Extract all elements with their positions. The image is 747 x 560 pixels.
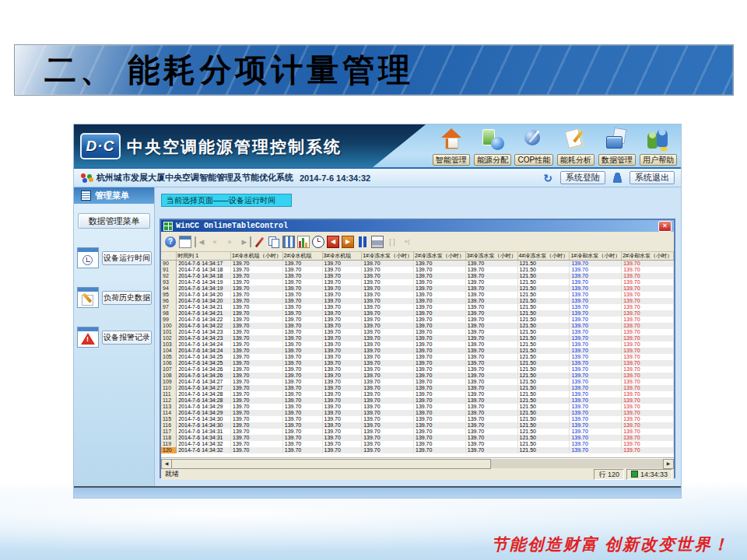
- nav-item-cop-perf[interactable]: COP性能: [514, 126, 555, 166]
- table-row[interactable]: 1202014-7-6 14:34:32139.70139.70139.7013…: [161, 447, 674, 453]
- column-header[interactable]: 3#冷水机组: [322, 252, 362, 261]
- nav-item-user-help[interactable]: 用户帮助: [638, 126, 679, 166]
- column-header[interactable]: 4#冷冻水泵（小时）: [517, 252, 570, 261]
- row-number-cell: 118: [161, 435, 177, 441]
- value-cell: 139.70: [570, 429, 622, 435]
- value-cell: 139.70: [282, 267, 322, 273]
- time-cell: 2014-7-6 14:34:27: [177, 385, 231, 391]
- value-cell: 139.70: [622, 441, 674, 447]
- value-cell: 139.70: [362, 323, 414, 329]
- table-row[interactable]: 932014-7-6 14:34:19139.70139.70139.70139…: [161, 279, 674, 285]
- calendar-icon[interactable]: [179, 236, 191, 248]
- time-cell: 2014-7-6 14:34:23: [177, 329, 231, 335]
- table-row[interactable]: 1182014-7-6 14:34:31139.70139.70139.7013…: [161, 435, 674, 441]
- system-logout-button[interactable]: 系统退出: [630, 171, 675, 184]
- table-row[interactable]: 1062014-7-6 14:34:25139.70139.70139.7013…: [161, 360, 674, 366]
- table-row[interactable]: 1132014-7-6 14:34:29139.70139.70139.7013…: [161, 404, 674, 410]
- nav-item-energy-analysis[interactable]: 能耗分析: [555, 126, 596, 166]
- sidebar-item-device-runtime[interactable]: 设备运行时间: [77, 247, 152, 268]
- nav-item-smart-manage[interactable]: 智能管理: [430, 126, 472, 166]
- table-row[interactable]: 1112014-7-6 14:34:28139.70139.70139.7013…: [161, 391, 674, 397]
- edit-icon[interactable]: [253, 236, 265, 248]
- column-select-icon[interactable]: [282, 236, 295, 248]
- table-row[interactable]: 1162014-7-6 14:34:30139.70139.70139.7013…: [161, 422, 674, 429]
- export-import-icon[interactable]: [327, 236, 339, 248]
- table-row[interactable]: 1052014-7-6 14:34:25139.70139.70139.7013…: [161, 354, 674, 360]
- system-login-button[interactable]: 系统登陆: [560, 171, 605, 184]
- table-row[interactable]: 972014-7-6 14:34:21139.70139.70139.70139…: [161, 304, 674, 310]
- value-cell: 139.70: [282, 261, 322, 268]
- value-cell: 139.70: [231, 373, 283, 379]
- row-number-cell: 94: [161, 285, 177, 292]
- help-icon[interactable]: [164, 236, 177, 248]
- sidebar-section-data-menu[interactable]: 数据管理菜单: [78, 213, 150, 229]
- table-row[interactable]: 902014-7-6 14:34:17139.70139.70139.70139…: [161, 261, 674, 268]
- wincc-titlebar[interactable]: WinCC OnlineTableControl ×: [161, 220, 674, 232]
- table-row[interactable]: 1022014-7-6 14:34:23139.70139.70139.7013…: [161, 335, 674, 341]
- horizontal-scrollbar[interactable]: ◀ ▶: [161, 458, 674, 468]
- value-cell: 121.50: [517, 273, 570, 279]
- table-row[interactable]: 1072014-7-6 14:34:26139.70139.70139.7013…: [161, 366, 674, 373]
- table-row[interactable]: 962014-7-6 14:34:20139.70139.70139.70139…: [161, 298, 674, 304]
- column-header[interactable]: 2#冷却水泵（小时）: [622, 252, 674, 261]
- table-row[interactable]: 1142014-7-6 14:34:29139.70139.70139.7013…: [161, 410, 674, 416]
- value-cell: 139.70: [465, 354, 517, 360]
- time-cell: 2014-7-6 14:34:18: [177, 267, 231, 273]
- table-row[interactable]: 1102014-7-6 14:34:27139.70139.70139.7013…: [161, 385, 674, 391]
- column-header[interactable]: 1#冷却水泵（小时）: [570, 252, 622, 261]
- table-row[interactable]: 942014-7-6 14:34:19139.70139.70139.70139…: [161, 285, 674, 292]
- sidebar-item-load-history[interactable]: 负荷历史数据: [77, 287, 152, 308]
- table-row[interactable]: 1192014-7-6 14:34:32139.70139.70139.7013…: [161, 441, 674, 447]
- column-header[interactable]: 3#冷冻水泵（小时）: [465, 252, 517, 261]
- value-cell: 139.70: [622, 379, 674, 385]
- sidebar-item-device-alarm[interactable]: 设备报警记录: [77, 327, 152, 348]
- column-header[interactable]: 1#冷冻水泵（小时）: [362, 252, 414, 261]
- table-row[interactable]: 1042014-7-6 14:34:24139.70139.70139.7013…: [161, 348, 674, 354]
- nav-item-energy-dist[interactable]: 能源分配: [472, 126, 513, 166]
- column-header[interactable]: 时间列 1: [177, 252, 231, 261]
- close-icon[interactable]: ×: [658, 221, 672, 232]
- print-icon[interactable]: [371, 236, 384, 248]
- value-cell: 139.70: [282, 310, 322, 317]
- value-cell: 139.70: [282, 391, 322, 397]
- export-data-icon[interactable]: [342, 236, 354, 248]
- time-range-icon[interactable]: [312, 236, 324, 248]
- value-cell: 139.70: [322, 261, 362, 268]
- scrollbar-thumb[interactable]: [171, 459, 491, 469]
- table-row[interactable]: 1002014-7-6 14:34:22139.70139.70139.7013…: [161, 323, 674, 329]
- nav-item-label: 能耗分析: [557, 154, 594, 166]
- row-number-cell: 98: [161, 310, 177, 317]
- table-row[interactable]: 1122014-7-6 14:34:28139.70139.70139.7013…: [161, 397, 674, 404]
- value-cell: 139.70: [413, 441, 465, 447]
- time-cell: 2014-7-6 14:34:30: [177, 422, 231, 429]
- copy-icon[interactable]: [268, 236, 280, 248]
- column-header[interactable]: 1#冷水机组（小时）: [231, 252, 283, 261]
- column-header[interactable]: 2#冷冻水泵（小时）: [413, 252, 465, 261]
- time-cell: 2014-7-6 14:34:28: [177, 397, 231, 404]
- table-row[interactable]: 1032014-7-6 14:34:24139.70139.70139.7013…: [161, 341, 674, 348]
- value-cell: 139.70: [465, 292, 517, 298]
- table-row[interactable]: 912014-7-6 14:34:18139.70139.70139.70139…: [161, 267, 674, 273]
- table-row[interactable]: 922014-7-6 14:34:18139.70139.70139.70139…: [161, 273, 674, 279]
- scroll-right-icon[interactable]: ▶: [663, 459, 674, 469]
- table-row[interactable]: 952014-7-6 14:34:20139.70139.70139.70139…: [161, 292, 674, 298]
- table-row[interactable]: 1012014-7-6 14:34:23139.70139.70139.7013…: [161, 329, 674, 335]
- table-row[interactable]: 992014-7-6 14:34:22139.70139.70139.70139…: [161, 317, 674, 323]
- nav-item-label: 数据管理: [598, 154, 636, 166]
- value-cell: 139.70: [570, 404, 622, 410]
- value-cell: 139.70: [322, 422, 362, 429]
- table-row[interactable]: 982014-7-6 14:34:21139.70139.70139.70139…: [161, 310, 674, 317]
- table-row[interactable]: 1092014-7-6 14:34:27139.70139.70139.7013…: [161, 379, 674, 385]
- pause-icon[interactable]: [356, 236, 369, 248]
- scroll-left-icon[interactable]: ◀: [161, 459, 172, 469]
- value-cell: 139.70: [570, 422, 622, 429]
- wincc-statusbar: 就绪 行 120 14:34:33: [161, 468, 674, 480]
- table-row[interactable]: 1082014-7-6 14:34:26139.70139.70139.7013…: [161, 373, 674, 379]
- table-header-row: 时间列 11#冷水机组（小时）2#冷水机组3#冷水机组1#冷冻水泵（小时）2#冷…: [161, 252, 674, 261]
- table-row[interactable]: 1152014-7-6 14:34:30139.70139.70139.7013…: [161, 416, 674, 422]
- table-row[interactable]: 1172014-7-6 14:34:31139.70139.70139.7013…: [161, 429, 674, 435]
- column-header[interactable]: 2#冷水机组: [282, 252, 322, 261]
- nav-item-label: 能源分配: [474, 154, 511, 166]
- statistics-icon[interactable]: [297, 236, 310, 248]
- nav-item-data-manage[interactable]: 数据管理: [596, 126, 637, 166]
